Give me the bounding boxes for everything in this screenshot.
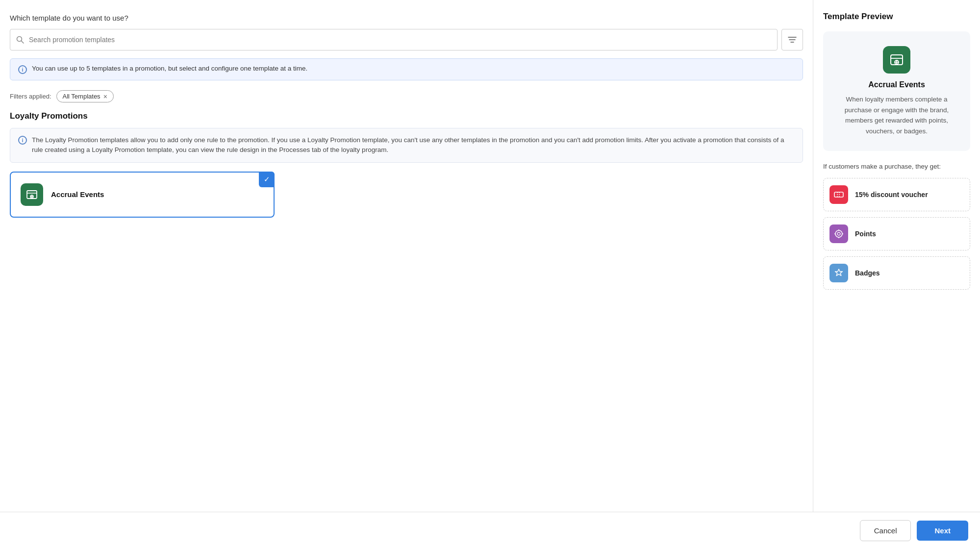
search-icon [16,36,24,44]
preview-card-desc: When loyalty members complete a purchase… [833,94,960,136]
reward-item-badges: Badges [823,256,970,290]
next-button[interactable]: Next [917,521,968,541]
footer: Cancel Next [0,512,980,549]
preview-title: Template Preview [823,12,970,22]
chip-label: All Templates [63,93,101,100]
preview-card: Accrual Events When loyalty members comp… [823,31,970,151]
loyalty-info-icon: i [18,136,27,145]
badges-icon [829,264,848,282]
right-panel: Template Preview Accrual Events When loy… [813,0,980,512]
close-icon[interactable]: × [103,93,107,100]
svg-line-1 [22,41,24,44]
info-icon: i [18,65,27,74]
voucher-icon [829,185,848,204]
filters-row: Filters applied: All Templates × [10,90,803,102]
filter-button[interactable] [781,29,803,50]
search-row [10,29,803,50]
preview-card-title: Accrual Events [868,80,925,89]
loyalty-info-banner: i The Loyalty Promotion templates allow … [10,128,803,163]
preview-accrual-icon [883,46,910,74]
section-title: Loyalty Promotions [10,111,803,121]
accrual-events-icon [21,183,43,206]
template-card-name: Accrual Events [51,190,104,199]
info-banner: i You can use up to 5 templates in a pro… [10,58,803,80]
svg-rect-15 [834,192,843,197]
svg-point-19 [837,232,840,235]
voucher-label: 15% discount voucher [855,191,928,199]
filters-label: Filters applied: [10,93,51,100]
search-bar-container [10,29,778,50]
template-card-accrual-events[interactable]: ✓ Accrual Events [10,172,275,218]
reward-item-points: Points [823,217,970,250]
search-input[interactable] [29,36,771,44]
points-label: Points [855,230,876,238]
points-icon [829,225,848,243]
badges-label: Badges [855,269,880,277]
page-question: Which template do you want to use? [10,14,803,22]
cancel-button[interactable]: Cancel [860,520,911,541]
info-banner-text: You can use up to 5 templates in a promo… [32,65,307,72]
all-templates-chip[interactable]: All Templates × [56,90,114,102]
selected-checkmark: ✓ [259,172,275,187]
customers-get-label: If customers make a purchase, they get: [823,163,970,170]
svg-point-18 [835,230,842,237]
loyalty-info-text: The Loyalty Promotion templates allow yo… [32,135,795,155]
reward-item-voucher: 15% discount voucher [823,178,970,211]
left-panel: Which template do you want to use? [0,0,813,512]
